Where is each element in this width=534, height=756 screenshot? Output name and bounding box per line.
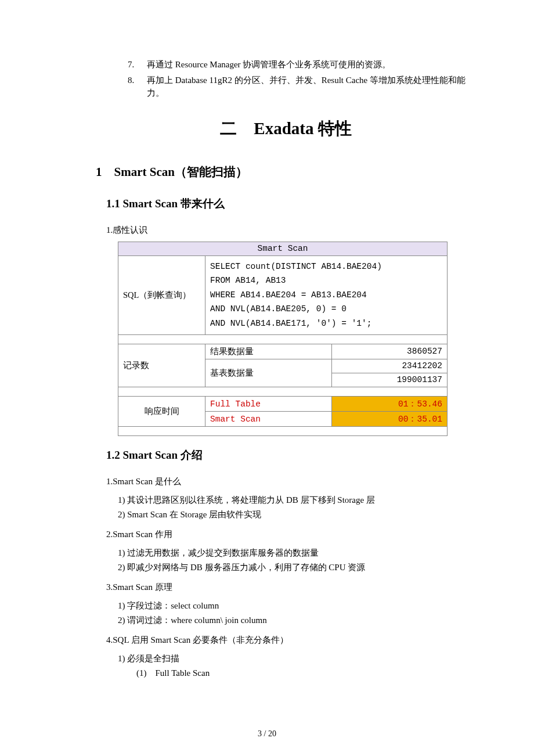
sub-point: 2) 谓词过滤：where column\ join column <box>118 613 476 628</box>
spacer-row <box>118 334 448 344</box>
numbered-point: 2.Smart Scan 作用 <box>106 527 476 541</box>
numbered-point: 1.Smart Scan 是什么 <box>106 474 476 488</box>
base-qty-value: 199001137 <box>331 373 447 387</box>
main-heading: 二 Exadata 特性 <box>96 117 476 141</box>
sub-point: 1) 过滤无用数据，减少提交到数据库服务器的数据量 <box>118 546 476 561</box>
table-header: Smart Scan <box>118 242 448 255</box>
numbered-point: 4.SQL 启用 Smart Scan 必要条件（非充分条件） <box>106 633 476 647</box>
subsection-heading: 1.1 Smart Scan 带来什么 <box>106 196 476 211</box>
records-label-cell: 记录数 <box>118 344 205 387</box>
smart-scan-value: 00：35.01 <box>331 411 447 426</box>
sql-line: WHERE AB14.BAE204 = AB13.BAE204 <box>210 288 442 303</box>
sub-sub-point: (1) Full Table Scan <box>136 666 476 681</box>
page-content: 再通过 Resource Manager 协调管理各个业务系统可使用的资源。 再… <box>0 0 534 756</box>
list-item: 再通过 Resource Manager 协调管理各个业务系统可使用的资源。 <box>136 58 476 71</box>
response-label-cell: 响应时间 <box>118 396 205 426</box>
result-qty-value: 3860527 <box>331 344 447 359</box>
subsection-heading: 1.2 Smart Scan 介绍 <box>106 448 476 463</box>
base-qty-label: 基表数据量 <box>205 359 332 387</box>
list-item: 再加上 Database 11gR2 的分区、并行、并发、Result Cach… <box>136 74 476 100</box>
sub-point: 1) 字段过滤：select column <box>118 599 476 614</box>
sub-point: 1) 其设计思路区别以往系统，将处理能力从 DB 层下移到 Storage 层 <box>118 493 476 508</box>
continued-list: 再通过 Resource Manager 协调管理各个业务系统可使用的资源。 再… <box>96 58 476 100</box>
sql-line: SELECT count(DISTINCT AB14.BAE204) <box>210 260 442 274</box>
sql-line: AND NVL(AB14.BAE205, 0) = 0 <box>210 302 442 316</box>
base-qty-value: 23412202 <box>331 359 447 373</box>
numbered-point: 1.感性认识 <box>106 223 476 237</box>
full-table-label: Full Table <box>205 396 332 411</box>
section-heading: 1 Smart Scan（智能扫描） <box>96 164 476 180</box>
sub-point: 2) 即减少对网络与 DB 服务器压力减小，利用了存储的 CPU 资源 <box>118 560 476 575</box>
sql-line: AND NVL(AB14.BAE171, '0') = '1'; <box>210 316 442 331</box>
sql-label-cell: SQL（到帐查询） <box>118 255 205 334</box>
spacer-row <box>118 426 448 435</box>
spacer-row <box>118 387 448 396</box>
smart-scan-label: Smart Scan <box>205 411 332 426</box>
result-qty-label: 结果数据量 <box>205 344 332 359</box>
sql-code-cell: SELECT count(DISTINCT AB14.BAE204) FROM … <box>205 255 448 334</box>
numbered-point: 3.Smart Scan 原理 <box>106 580 476 594</box>
sub-point: 2) Smart Scan 在 Storage 层由软件实现 <box>118 507 476 523</box>
smart-scan-table: Smart Scan SQL（到帐查询） SELECT count(DISTIN… <box>118 242 448 436</box>
page-number: 3 / 20 <box>0 729 534 739</box>
sql-line: FROM AB14, AB13 <box>210 273 442 288</box>
full-table-value: 01：53.46 <box>331 396 447 411</box>
sub-point: 1) 必须是全扫描 <box>118 651 476 667</box>
